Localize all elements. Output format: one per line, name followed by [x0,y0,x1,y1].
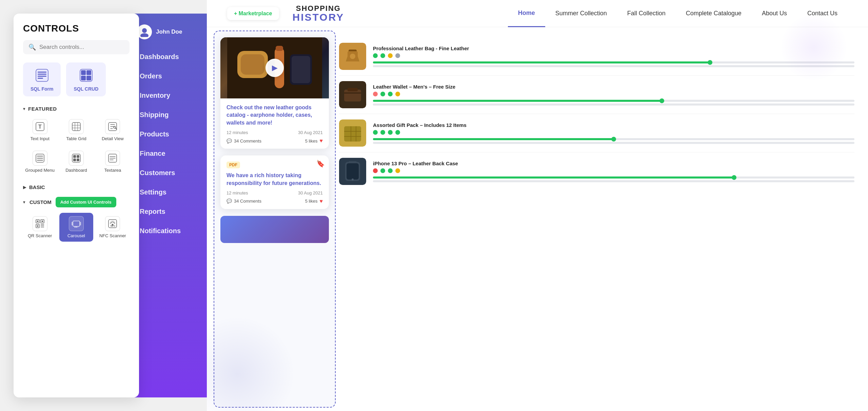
custom-chevron[interactable]: ▾ [23,200,25,205]
svg-rect-25 [77,155,79,158]
nav-item-inventory[interactable]: Inventory [129,86,207,105]
nav-link-summer[interactable]: Summer Collection [545,0,617,26]
sql-crud-label: SQL CRUD [74,86,98,92]
control-dashboard[interactable]: Dashboard [59,147,93,176]
basic-section-header[interactable]: ▶ BASIC [14,182,139,194]
bar-fill-0-1 [373,65,566,67]
product-bar-1-0 [373,100,854,102]
color-dot-2-1[interactable] [380,130,385,135]
card-video-comments[interactable]: 💬 34 Comments [226,138,261,144]
color-dot-0-1[interactable] [380,53,385,58]
search-icon: 🔍 [28,43,36,51]
color-dot-3-2[interactable] [388,168,393,173]
product-bar-2-0 [373,138,854,140]
custom-section-header: ▾ CUSTOM Add Custom UI Controls [14,194,139,213]
featured-section-header[interactable]: ▾ FEATURED [14,103,139,116]
card-video-likes[interactable]: 5 likes ♥ [305,138,323,144]
top-nav: + Marketrplace SHOPPING HISTORY Home Sum… [207,0,868,27]
card-video-actions: 💬 34 Comments 5 likes ♥ [226,138,323,144]
custom-title: CUSTOM [29,199,52,205]
svg-point-50 [142,28,147,33]
heart-icon-2: ♥ [320,198,323,204]
color-dot-1-3[interactable] [395,92,400,96]
color-dot-1-0[interactable] [373,92,378,96]
custom-nfc-scanner[interactable]: NFC NFC Scanner [96,213,130,242]
svg-rect-58 [292,56,310,83]
product-row-3: iPhone 13 Pro – Leather Back Case [339,152,854,190]
nav-sidebar: John Doe Dashboards Orders Inventory Shi… [129,14,207,397]
control-grouped-menu[interactable]: Grouped Menu [23,147,57,176]
pdf-badge: PDF [226,162,240,168]
color-dot-3-1[interactable] [380,168,385,173]
bookmark-icon[interactable]: 🔖 [316,160,325,168]
nav-item-notifications[interactable]: Notifications [129,222,207,240]
card-pdf-body: PDF We have a rich history taking respon… [220,155,329,209]
bar-fill-1-1 [373,104,517,106]
svg-rect-36 [42,221,43,222]
user-avatar [137,24,152,39]
color-dot-2-2[interactable] [388,130,393,135]
card-video-title: Check out the new leather goods catalog … [226,104,323,127]
cards-column: ▶ Check out the new leather goods catalo… [220,37,329,401]
control-textarea[interactable]: Textarea [96,147,130,176]
nav-item-finance[interactable]: Finance [129,144,207,163]
svg-text:T: T [38,124,42,130]
control-detail-view[interactable]: Detail View [96,116,130,145]
control-table-grid[interactable]: Table Grid [59,116,93,145]
color-dot-0-2[interactable] [388,53,393,58]
control-text-input[interactable]: T Text Input [23,116,57,145]
product-info-0: Professional Leather Bag - Fine Leather [373,45,854,67]
nav-item-reports[interactable]: Reports [129,202,207,221]
search-input[interactable] [39,44,124,51]
nav-link-fall[interactable]: Fall Collection [617,0,676,26]
nav-link-home[interactable]: Home [508,0,545,27]
qr-scanner-icon [33,216,47,231]
card-pdf-comments[interactable]: 💬 34 Comments [226,199,261,204]
color-dot-0-0[interactable] [373,53,378,58]
card-video: ▶ Check out the new leather goods catalo… [220,37,329,149]
nav-link-contact[interactable]: Contact Us [797,0,848,26]
detail-view-label: Detail View [102,136,124,141]
product-thumb-0 [339,43,366,70]
custom-carousel[interactable]: Carousel [59,213,93,242]
product-bar-3-1 [373,180,854,182]
sql-form-icon [34,67,50,83]
product-bar-2-1 [373,142,854,144]
color-dot-2-0[interactable] [373,130,378,135]
color-dot-0-3[interactable] [395,53,400,58]
bar-fill-1-0 [373,100,662,102]
svg-rect-68 [344,126,361,142]
card-video-meta: 12 minutes 30 Aug 2021 [226,130,323,135]
product-info-3: iPhone 13 Pro – Leather Back Case [373,161,854,182]
nav-item-products[interactable]: Products [129,125,207,144]
nav-link-about[interactable]: About Us [752,0,797,26]
custom-qr-scanner[interactable]: QR Scanner [23,213,57,242]
card-pdf-likes[interactable]: 5 likes ♥ [305,198,323,204]
nav-item-settings[interactable]: Settings [129,183,207,202]
color-dot-1-1[interactable] [380,92,385,96]
nav-item-shipping[interactable]: Shipping [129,106,207,124]
product-colors-1 [373,92,854,96]
svg-rect-9 [86,76,91,80]
color-dot-3-0[interactable] [373,168,378,173]
sql-crud-item[interactable]: SQL CRUD [66,62,106,96]
sql-form-item[interactable]: SQL Form [23,62,61,96]
product-name-1: Leather Wallet – Men's – Free Size [373,84,854,90]
add-custom-button[interactable]: Add Custom UI Controls [56,197,116,207]
svg-rect-41 [73,221,80,226]
color-dot-2-3[interactable] [395,130,400,135]
product-thumb-1 [339,81,366,108]
svg-rect-24 [73,155,76,158]
nav-item-dashboards[interactable]: Dashboards [129,48,207,66]
nav-item-orders[interactable]: Orders [129,67,207,86]
product-name-0: Professional Leather Bag - Fine Leather [373,45,854,51]
color-dot-1-2[interactable] [388,92,393,96]
card-pdf-time: 12 minutes [226,190,248,195]
play-button[interactable]: ▶ [265,59,284,77]
product-row-0: Professional Leather Bag - Fine Leather [339,37,854,76]
nav-item-customers[interactable]: Customers [129,164,207,182]
nav-link-catalogue[interactable]: Complete Catalogue [676,0,752,26]
marketplace-button[interactable]: + Marketrplace [227,7,279,20]
color-dot-3-3[interactable] [395,168,400,173]
textarea-icon [105,151,120,166]
